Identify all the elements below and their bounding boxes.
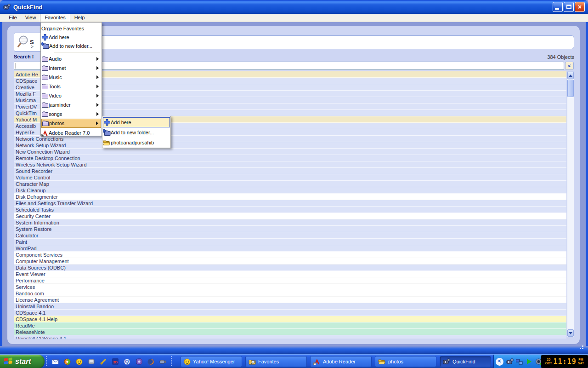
menu-item-organize-favorites[interactable]: Organize Favorites	[41, 24, 101, 33]
quicklaunch-tool-icon[interactable]	[99, 358, 107, 366]
tray-play-icon[interactable]	[525, 358, 533, 366]
scroll-down-button[interactable]	[567, 329, 574, 337]
list-item[interactable]: CDSpace 4.1	[14, 310, 566, 316]
list-item[interactable]: Wireless Network Setup Wizard	[14, 161, 566, 168]
taskbar-button-yahoo-messenger[interactable]: Yahoo! Messenger	[181, 356, 242, 367]
submenu-item-add-here[interactable]: Add here	[103, 117, 170, 127]
menu-item-label: Add here	[49, 34, 101, 40]
menu-item-audio[interactable]: Audio	[41, 54, 101, 63]
list-item[interactable]: Scheduled Tasks	[14, 207, 566, 213]
tray-quickfind-icon[interactable]	[506, 358, 514, 366]
list-item[interactable]: Paint	[14, 239, 566, 245]
vertical-scrollbar[interactable]	[567, 71, 574, 337]
menubar: FileViewFavoritesHelp	[0, 14, 588, 22]
list-item[interactable]: Calculator	[14, 232, 566, 239]
list-item[interactable]: Sound Recorder	[14, 168, 566, 174]
scrollbar-thumb[interactable]	[567, 80, 574, 97]
list-item[interactable]: Uninstall Bandoo	[14, 303, 566, 310]
submenu-arrow-icon	[96, 75, 99, 79]
menu-item-internet[interactable]: Internet	[41, 63, 101, 73]
quicklaunch-mail-icon[interactable]	[51, 358, 59, 366]
list-item[interactable]: Computer Management	[14, 258, 566, 264]
resize-grip[interactable]	[582, 345, 583, 347]
list-item[interactable]: Files and Settings Transfer Wizard	[14, 200, 566, 207]
resize-grip[interactable]	[580, 348, 581, 349]
list-item[interactable]: CDSpace 4.1 Help	[14, 316, 566, 322]
menu-item-add-to-new-folder-[interactable]: Add to new folder...	[41, 41, 101, 50]
folder-open-icon	[103, 139, 111, 146]
folder-icon	[41, 65, 49, 71]
top-banner-field[interactable]	[79, 35, 574, 49]
menu-item-songs[interactable]: songs	[41, 109, 101, 119]
collapse-button[interactable]: <	[565, 62, 574, 70]
search-for-label: Search f	[14, 54, 34, 59]
taskbar-button-quickfind[interactable]: QuickFind	[440, 356, 491, 367]
list-item[interactable]: Character Map	[14, 181, 566, 187]
minimize-button[interactable]	[553, 2, 563, 12]
close-button[interactable]: ×	[575, 2, 585, 12]
submenu-arrow-icon	[96, 94, 99, 98]
list-item[interactable]: New Connection Wizard	[14, 149, 566, 155]
list-item[interactable]: Uninstall CDSpace 4.1	[14, 335, 566, 339]
list-item[interactable]: Event Viewer	[14, 271, 566, 277]
submenu-arrow-icon	[96, 85, 99, 88]
menu-item-jasminder[interactable]: jasminder	[41, 100, 101, 109]
submenu-item-add-to-new-folder-[interactable]: Add to new folder...	[103, 127, 170, 138]
menu-item-label: Tools	[49, 84, 101, 89]
menubar-item-help[interactable]: Help	[70, 14, 89, 22]
quicklaunch-smiley-icon[interactable]	[75, 358, 83, 366]
maximize-button[interactable]	[564, 2, 574, 12]
list-item[interactable]: Network Setup Wizard	[14, 142, 566, 149]
quicklaunch-firefox-icon[interactable]	[147, 358, 155, 366]
menu-item-adobe-reader-7-0[interactable]: Adobe Reader 7.0	[41, 128, 101, 138]
list-item[interactable]: WordPad	[14, 245, 566, 252]
list-item[interactable]: License Agreement	[14, 297, 566, 303]
menu-item-photos[interactable]: photos	[41, 119, 101, 128]
list-item[interactable]: Volume Control	[14, 174, 566, 181]
quickfind-app-icon	[3, 3, 11, 11]
menu-item-label: Internet	[49, 65, 101, 71]
list-item[interactable]: ReadMe	[14, 322, 566, 329]
scroll-up-button[interactable]	[567, 72, 574, 79]
start-button[interactable]: start	[0, 355, 45, 368]
menubar-item-favorites[interactable]: Favorites	[40, 14, 70, 22]
list-item[interactable]: Component Services	[14, 252, 566, 258]
menu-item-add-here[interactable]: Add here	[41, 33, 101, 41]
quicklaunch-purple-app-icon[interactable]	[135, 358, 143, 366]
list-item[interactable]: Services	[14, 284, 566, 290]
menubar-item-file[interactable]: File	[5, 14, 21, 22]
list-item[interactable]: Disk Defragmenter	[14, 194, 566, 200]
list-item[interactable]: Security Center	[14, 213, 566, 219]
quicklaunch-quicktime-icon[interactable]: Q	[123, 358, 131, 366]
list-item[interactable]: Bandoo.com	[14, 290, 566, 297]
menu-item-label: photos	[49, 121, 101, 126]
menu-item-music[interactable]: Music	[41, 73, 101, 82]
menubar-item-view[interactable]: View	[21, 14, 40, 22]
quicklaunch-projector-icon[interactable]	[159, 358, 167, 366]
submenu-item-photoanadpursahib[interactable]: photoanadpursahib	[103, 138, 170, 148]
folder-search-icon	[249, 358, 256, 365]
list-item[interactable]: Performance	[14, 277, 566, 284]
taskbar-button-favorites[interactable]: Favorites	[245, 356, 307, 367]
list-item[interactable]: Disk Cleanup	[14, 187, 566, 194]
taskbar-button-label: photos	[388, 359, 403, 364]
filter-field[interactable]	[79, 62, 564, 70]
resize-grip[interactable]	[582, 348, 583, 349]
list-item[interactable]: Data Sources (ODBC)	[14, 264, 566, 271]
taskbar-button-adobe-reader[interactable]: Adobe Reader	[310, 356, 372, 367]
list-item[interactable]: ReleaseNote	[14, 329, 566, 335]
quicklaunch-media-player-icon[interactable]	[63, 358, 71, 366]
list-item[interactable]: System Restore	[14, 226, 566, 232]
tray-network-icon[interactable]	[515, 358, 523, 366]
taskbar-button-label: Yahoo! Messenger	[193, 359, 235, 364]
list-item[interactable]: Remote Desktop Connection	[14, 155, 566, 161]
quicklaunch-threed-icon[interactable]: 3D	[111, 358, 119, 366]
menu-item-tools[interactable]: Tools	[41, 82, 101, 91]
tray-chevron-button[interactable]: <	[496, 358, 503, 366]
taskbar-button-photos[interactable]: photos	[375, 356, 436, 367]
menu-item-video[interactable]: Video	[41, 91, 101, 100]
quickfind-icon	[443, 358, 450, 365]
favorites-menu: Organize FavoritesAdd hereAdd to new fol…	[40, 22, 102, 136]
list-item[interactable]: System Information	[14, 219, 566, 226]
quicklaunch-gray-app-icon[interactable]	[87, 358, 95, 366]
